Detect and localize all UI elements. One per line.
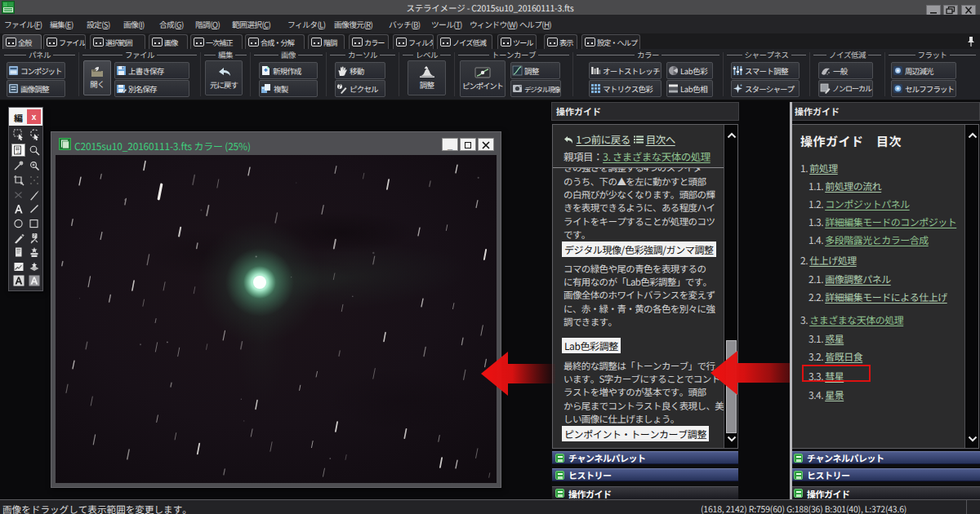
svg-text:25: 25	[16, 150, 20, 155]
